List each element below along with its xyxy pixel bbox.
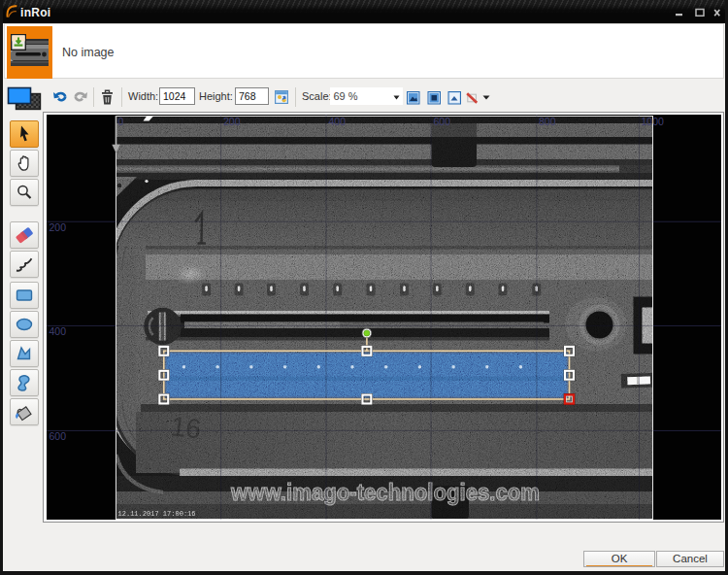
svg-text:200: 200 <box>50 221 67 233</box>
svg-text:600: 600 <box>50 430 67 442</box>
svg-text:200: 200 <box>223 116 241 127</box>
svg-text:1000: 1000 <box>642 116 665 127</box>
svg-text:400: 400 <box>329 116 347 127</box>
svg-text:400: 400 <box>50 325 67 337</box>
svg-text:0: 0 <box>118 116 124 127</box>
svg-text:600: 600 <box>434 116 451 127</box>
svg-text:800: 800 <box>539 116 556 127</box>
